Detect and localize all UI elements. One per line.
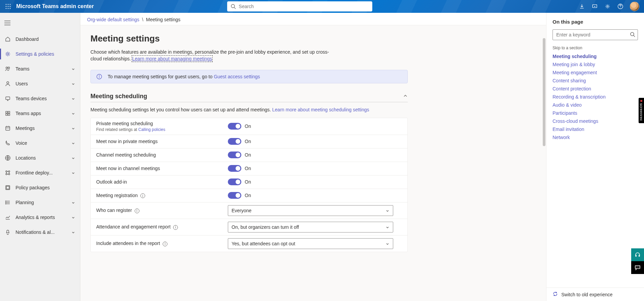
toggle-switch[interactable]	[228, 165, 241, 172]
setting-row: Who can register iEveryone	[91, 202, 407, 219]
search-box[interactable]	[227, 1, 372, 11]
scrollbar-thumb[interactable]	[543, 38, 545, 146]
section-desc-text: Meeting scheduling settings let you cont…	[90, 107, 272, 112]
nav-item-locations[interactable]: Locations	[0, 150, 80, 165]
toc-link[interactable]: Network	[553, 133, 638, 141]
nav-item-users[interactable]: Users	[0, 76, 80, 91]
breadcrumb-parent-link[interactable]: Org-wide default settings	[87, 17, 139, 22]
info-icon[interactable]: i	[135, 209, 139, 213]
toc-link[interactable]: Audio & video	[553, 101, 638, 109]
nav-icon	[5, 140, 11, 146]
svg-point-40	[5, 201, 6, 201]
info-icon[interactable]: i	[173, 225, 178, 230]
chevron-down-icon	[71, 126, 75, 130]
nav-item-dashboard[interactable]: Dashboard	[0, 32, 80, 47]
nav-item-voice[interactable]: Voice	[0, 136, 80, 150]
setting-label: Attendance and engagement report i	[96, 224, 221, 230]
setting-control: On	[228, 165, 402, 172]
learn-more-link[interactable]: Learn more about managing meetings	[132, 56, 212, 61]
toc-link[interactable]: Content sharing	[553, 77, 638, 85]
svg-rect-11	[593, 5, 597, 8]
setting-control: On	[228, 152, 402, 158]
calling-policies-link[interactable]: Calling policies	[138, 127, 165, 132]
toc-link[interactable]: Meeting join & lobby	[553, 60, 638, 69]
search-input[interactable]	[239, 4, 369, 9]
setting-control: Yes, but attendees can opt out	[228, 238, 402, 249]
user-avatar[interactable]	[630, 2, 639, 11]
nav-label: Policy packages	[16, 185, 75, 190]
nav-item-policy-packages[interactable]: Policy packages	[0, 180, 80, 195]
nav-icon	[5, 51, 11, 57]
app-launcher-icon[interactable]	[3, 1, 14, 12]
toggle-switch[interactable]	[228, 152, 241, 158]
setting-row: Meet now in private meetingsOn	[91, 135, 407, 148]
nav-label: Teams	[16, 66, 71, 72]
toc-link[interactable]: Cross-cloud meetings	[553, 117, 638, 125]
toc-link[interactable]: Recording & transcription	[553, 93, 638, 101]
toggle-switch[interactable]	[228, 192, 241, 199]
breadcrumb-current: Meeting settings	[146, 17, 181, 22]
svg-point-46	[99, 75, 100, 76]
nav-label: Meetings	[16, 126, 71, 131]
setting-control: On	[228, 138, 402, 145]
floating-help-buttons	[631, 248, 644, 274]
chevron-down-icon	[71, 67, 75, 71]
nav-item-settings-policies[interactable]: Settings & policies	[0, 47, 80, 61]
chevron-down-icon	[71, 230, 75, 234]
nav-toggle-icon[interactable]	[1, 16, 14, 30]
setting-label-col: Meet now in private meetings	[96, 139, 228, 144]
download-icon[interactable]	[579, 3, 585, 10]
guest-access-link[interactable]: Guest access settings	[214, 74, 260, 79]
setting-label: Outlook add-in	[96, 179, 221, 185]
search-icon	[231, 4, 236, 9]
toggle-switch[interactable]	[228, 123, 241, 130]
svg-point-19	[8, 67, 10, 69]
nav-label: Voice	[16, 140, 71, 146]
setting-control: On	[228, 123, 402, 130]
section-header[interactable]: Meeting scheduling	[90, 93, 408, 102]
toggle-state-label: On	[245, 193, 251, 198]
toc-link[interactable]: Content protection	[553, 85, 638, 93]
global-header: Microsoft Teams admin center	[0, 0, 644, 13]
nav-item-teams-apps[interactable]: Teams apps	[0, 106, 80, 121]
toggle-switch[interactable]	[228, 179, 241, 185]
setting-control: On	[228, 179, 402, 185]
nav-icon	[5, 214, 11, 220]
select-dropdown[interactable]: Everyone	[228, 205, 393, 216]
nav-item-meetings[interactable]: Meetings	[0, 121, 80, 136]
nav-item-teams[interactable]: Teams	[0, 61, 80, 76]
chevron-down-icon	[71, 141, 75, 145]
nav-item-analytics-reports[interactable]: Analytics & reports	[0, 210, 80, 225]
nav-item-frontline-deploy[interactable]: Frontline deploy...	[0, 165, 80, 180]
toc-link[interactable]: Participants	[553, 109, 638, 117]
select-dropdown[interactable]: On, but organizers can turn it off	[228, 222, 393, 232]
svg-point-12	[607, 6, 609, 7]
nav-item-planning[interactable]: Planning	[0, 195, 80, 210]
nav-item-teams-devices[interactable]: Teams devices	[0, 91, 80, 106]
nav-item-notifications-al[interactable]: Notifications & al...	[0, 225, 80, 240]
content-column: Org-wide default settings \ Meeting sett…	[80, 13, 546, 301]
info-icon[interactable]: i	[163, 242, 167, 246]
product-title: Microsoft Teams admin center	[16, 3, 94, 9]
switch-experience-button[interactable]: Switch to old experience	[546, 288, 644, 301]
skip-label: Skip to a section	[553, 46, 638, 50]
rail-search-input[interactable]	[553, 29, 638, 40]
help-icon[interactable]	[617, 3, 624, 10]
gear-icon[interactable]	[604, 3, 611, 10]
info-bar: To manage meeting settings for guest use…	[90, 70, 408, 83]
info-icon[interactable]: i	[140, 193, 145, 198]
headset-help-button[interactable]	[631, 248, 644, 261]
toc-link[interactable]: Meeting engagement	[553, 69, 638, 77]
toggle-switch[interactable]	[228, 138, 241, 145]
select-dropdown[interactable]: Yes, but attendees can opt out	[228, 238, 393, 249]
toc-link[interactable]: Email invitation	[553, 125, 638, 133]
nav-label: Teams devices	[16, 96, 71, 101]
setting-control: On, but organizers can turn it off	[228, 222, 402, 232]
screenrec-tab[interactable]: screenrec	[639, 98, 644, 123]
feedback-button[interactable]	[631, 261, 644, 274]
toc-link[interactable]: Meeting scheduling	[553, 52, 638, 60]
section-description: Meeting scheduling settings let you cont…	[90, 107, 408, 112]
toggle-state-label: On	[245, 152, 251, 158]
presentation-icon[interactable]	[591, 3, 598, 10]
section-learn-more-link[interactable]: Learn more about meeting scheduling sett…	[272, 107, 369, 112]
